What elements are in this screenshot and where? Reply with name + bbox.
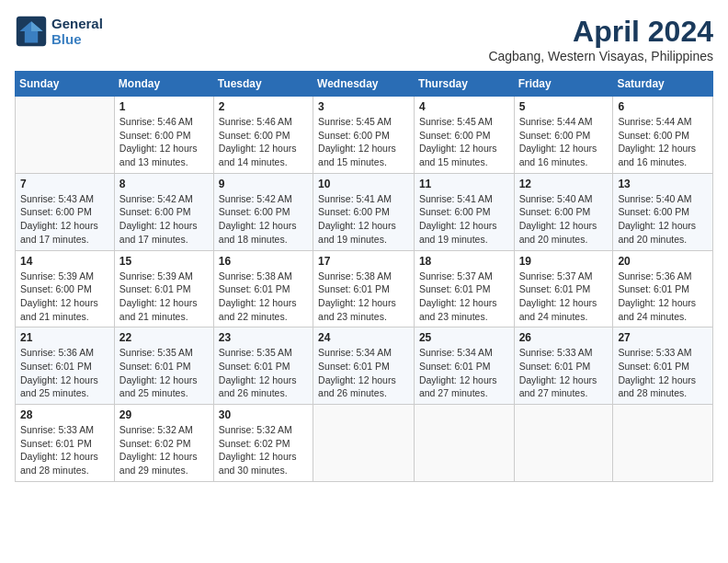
- calendar-day-cell: 17Sunrise: 5:38 AMSunset: 6:01 PMDayligh…: [313, 250, 415, 327]
- day-info: Sunrise: 5:44 AMSunset: 6:00 PMDaylight:…: [519, 115, 609, 169]
- calendar-day-cell: 7Sunrise: 5:43 AMSunset: 6:00 PMDaylight…: [16, 173, 115, 250]
- calendar-day-cell: 14Sunrise: 5:39 AMSunset: 6:00 PMDayligh…: [16, 250, 115, 327]
- calendar-day-cell: 30Sunrise: 5:32 AMSunset: 6:02 PMDayligh…: [213, 405, 313, 482]
- day-number: 21: [20, 331, 109, 344]
- day-number: 27: [618, 331, 708, 344]
- calendar-day-cell: 15Sunrise: 5:39 AMSunset: 6:01 PMDayligh…: [114, 250, 213, 327]
- day-number: 8: [119, 178, 209, 190]
- day-number: 7: [20, 178, 109, 190]
- day-info: Sunrise: 5:34 AMSunset: 6:01 PMDaylight:…: [318, 346, 409, 400]
- calendar-day-cell: 20Sunrise: 5:36 AMSunset: 6:01 PMDayligh…: [613, 250, 713, 327]
- calendar-empty-cell: [414, 405, 514, 482]
- day-info: Sunrise: 5:41 AMSunset: 6:00 PMDaylight:…: [419, 192, 509, 247]
- day-info: Sunrise: 5:33 AMSunset: 6:01 PMDaylight:…: [618, 346, 708, 400]
- calendar-day-cell: 10Sunrise: 5:41 AMSunset: 6:00 PMDayligh…: [313, 173, 415, 250]
- calendar-empty-cell: [313, 405, 415, 482]
- day-info: Sunrise: 5:39 AMSunset: 6:01 PMDaylight:…: [119, 270, 209, 324]
- day-number: 17: [318, 255, 409, 268]
- location-subtitle: Cagbang, Western Visayas, Philippines: [488, 49, 713, 63]
- day-number: 4: [419, 100, 509, 113]
- day-number: 10: [318, 178, 409, 190]
- day-info: Sunrise: 5:46 AMSunset: 6:00 PMDaylight:…: [119, 115, 209, 169]
- day-number: 13: [618, 178, 708, 190]
- day-number: 29: [119, 408, 209, 421]
- calendar-day-cell: 13Sunrise: 5:40 AMSunset: 6:00 PMDayligh…: [613, 173, 713, 250]
- day-info: Sunrise: 5:32 AMSunset: 6:02 PMDaylight:…: [119, 423, 209, 477]
- day-info: Sunrise: 5:42 AMSunset: 6:00 PMDaylight:…: [119, 192, 209, 247]
- calendar-day-cell: 16Sunrise: 5:38 AMSunset: 6:01 PMDayligh…: [213, 250, 313, 327]
- day-info: Sunrise: 5:43 AMSunset: 6:00 PMDaylight:…: [20, 192, 109, 247]
- calendar-day-cell: 28Sunrise: 5:33 AMSunset: 6:01 PMDayligh…: [16, 405, 115, 482]
- day-info: Sunrise: 5:36 AMSunset: 6:01 PMDaylight:…: [618, 270, 708, 324]
- day-info: Sunrise: 5:32 AMSunset: 6:02 PMDaylight:…: [219, 423, 308, 477]
- day-info: Sunrise: 5:45 AMSunset: 6:00 PMDaylight:…: [419, 115, 509, 169]
- day-info: Sunrise: 5:37 AMSunset: 6:01 PMDaylight:…: [419, 270, 509, 324]
- day-info: Sunrise: 5:46 AMSunset: 6:00 PMDaylight:…: [219, 115, 308, 169]
- day-info: Sunrise: 5:40 AMSunset: 6:00 PMDaylight:…: [519, 192, 609, 247]
- calendar-week-row: 28Sunrise: 5:33 AMSunset: 6:01 PMDayligh…: [16, 405, 713, 482]
- day-number: 28: [20, 408, 109, 421]
- day-info: Sunrise: 5:38 AMSunset: 6:01 PMDaylight:…: [318, 270, 409, 324]
- weekday-header: Sunday: [16, 72, 115, 97]
- day-number: 12: [519, 178, 609, 190]
- day-number: 2: [219, 100, 308, 113]
- day-info: Sunrise: 5:37 AMSunset: 6:01 PMDaylight:…: [519, 270, 609, 324]
- calendar-day-cell: 6Sunrise: 5:44 AMSunset: 6:00 PMDaylight…: [613, 97, 713, 174]
- calendar-table: SundayMondayTuesdayWednesdayThursdayFrid…: [15, 71, 713, 482]
- calendar-day-cell: 27Sunrise: 5:33 AMSunset: 6:01 PMDayligh…: [613, 327, 713, 405]
- logo-text: General Blue: [51, 16, 103, 47]
- day-number: 20: [618, 255, 708, 268]
- page-header: General Blue April 2024 Cagbang, Western…: [15, 15, 713, 63]
- day-number: 11: [419, 178, 509, 190]
- calendar-week-row: 21Sunrise: 5:36 AMSunset: 6:01 PMDayligh…: [16, 327, 713, 405]
- calendar-empty-cell: [16, 97, 115, 174]
- day-info: Sunrise: 5:44 AMSunset: 6:00 PMDaylight:…: [618, 115, 708, 169]
- calendar-day-cell: 25Sunrise: 5:34 AMSunset: 6:01 PMDayligh…: [414, 327, 514, 405]
- calendar-empty-cell: [514, 405, 613, 482]
- day-number: 22: [119, 331, 209, 344]
- day-number: 9: [219, 178, 308, 190]
- weekday-header: Saturday: [613, 72, 713, 97]
- day-info: Sunrise: 5:42 AMSunset: 6:00 PMDaylight:…: [219, 192, 308, 247]
- logo-icon: [15, 15, 48, 48]
- day-number: 26: [519, 331, 609, 344]
- weekday-header: Thursday: [414, 72, 514, 97]
- calendar-day-cell: 8Sunrise: 5:42 AMSunset: 6:00 PMDaylight…: [114, 173, 213, 250]
- calendar-day-cell: 12Sunrise: 5:40 AMSunset: 6:00 PMDayligh…: [514, 173, 613, 250]
- weekday-header: Friday: [514, 72, 613, 97]
- day-info: Sunrise: 5:41 AMSunset: 6:00 PMDaylight:…: [318, 192, 409, 247]
- day-number: 15: [119, 255, 209, 268]
- day-info: Sunrise: 5:45 AMSunset: 6:00 PMDaylight:…: [318, 115, 409, 169]
- day-info: Sunrise: 5:35 AMSunset: 6:01 PMDaylight:…: [119, 346, 209, 400]
- day-number: 30: [219, 408, 308, 421]
- day-number: 14: [20, 255, 109, 268]
- day-number: 3: [318, 100, 409, 113]
- calendar-day-cell: 4Sunrise: 5:45 AMSunset: 6:00 PMDaylight…: [414, 97, 514, 174]
- day-number: 16: [219, 255, 308, 268]
- day-number: 1: [119, 100, 209, 113]
- weekday-header: Tuesday: [213, 72, 313, 97]
- calendar-day-cell: 29Sunrise: 5:32 AMSunset: 6:02 PMDayligh…: [114, 405, 213, 482]
- logo: General Blue: [15, 15, 103, 48]
- calendar-day-cell: 21Sunrise: 5:36 AMSunset: 6:01 PMDayligh…: [16, 327, 115, 405]
- day-number: 5: [519, 100, 609, 113]
- day-info: Sunrise: 5:40 AMSunset: 6:00 PMDaylight:…: [618, 192, 708, 247]
- weekday-header: Monday: [114, 72, 213, 97]
- month-year-title: April 2024: [488, 15, 713, 49]
- calendar-header-row: SundayMondayTuesdayWednesdayThursdayFrid…: [16, 72, 713, 97]
- day-info: Sunrise: 5:33 AMSunset: 6:01 PMDaylight:…: [519, 346, 609, 400]
- day-number: 24: [318, 331, 409, 344]
- day-number: 25: [419, 331, 509, 344]
- calendar-day-cell: 2Sunrise: 5:46 AMSunset: 6:00 PMDaylight…: [213, 97, 313, 174]
- day-info: Sunrise: 5:34 AMSunset: 6:01 PMDaylight:…: [419, 346, 509, 400]
- calendar-day-cell: 24Sunrise: 5:34 AMSunset: 6:01 PMDayligh…: [313, 327, 415, 405]
- calendar-week-row: 1Sunrise: 5:46 AMSunset: 6:00 PMDaylight…: [16, 97, 713, 174]
- calendar-day-cell: 26Sunrise: 5:33 AMSunset: 6:01 PMDayligh…: [514, 327, 613, 405]
- calendar-week-row: 7Sunrise: 5:43 AMSunset: 6:00 PMDaylight…: [16, 173, 713, 250]
- calendar-day-cell: 22Sunrise: 5:35 AMSunset: 6:01 PMDayligh…: [114, 327, 213, 405]
- calendar-empty-cell: [613, 405, 713, 482]
- weekday-header: Wednesday: [313, 72, 415, 97]
- calendar-week-row: 14Sunrise: 5:39 AMSunset: 6:00 PMDayligh…: [16, 250, 713, 327]
- calendar-day-cell: 5Sunrise: 5:44 AMSunset: 6:00 PMDaylight…: [514, 97, 613, 174]
- day-info: Sunrise: 5:33 AMSunset: 6:01 PMDaylight:…: [20, 423, 109, 477]
